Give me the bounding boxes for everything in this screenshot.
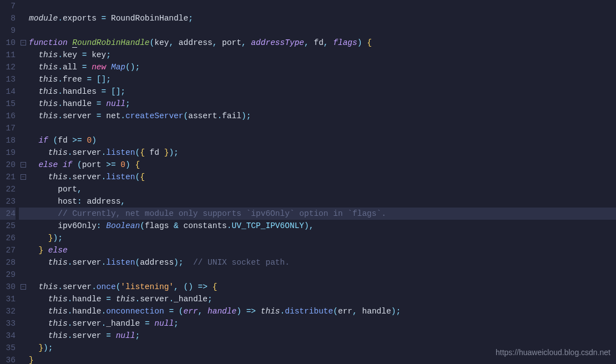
fold-collapse-icon[interactable]: − [21,174,26,180]
code-line[interactable]: module.exports = RoundRobinHandle; [28,12,616,24]
fold-marker [19,269,28,281]
line-number[interactable]: 25 [0,220,16,232]
line-number[interactable]: 26 [0,232,16,244]
line-number[interactable]: 7 [0,0,16,12]
code-line[interactable]: this.server = null; [28,330,616,342]
line-number[interactable]: 9 [0,24,16,37]
fold-marker [19,0,28,12]
line-number[interactable]: 13 [0,73,16,85]
code-line[interactable]: }); [28,232,616,244]
code-editor[interactable]: 7891011121314151617181920212223242526272… [0,0,616,364]
fold-marker [19,85,28,98]
code-line[interactable]: this.handle = this.server._handle; [28,293,616,305]
fold-marker [19,244,28,256]
fold-marker [19,134,28,146]
fold-marker [19,256,28,269]
line-number[interactable]: 10 [0,37,16,49]
code-line[interactable]: host: address, [28,195,616,208]
line-number[interactable]: 23 [0,195,16,208]
fold-marker [19,98,28,110]
line-number[interactable]: 16 [0,110,16,122]
code-line[interactable] [28,24,616,37]
fold-column[interactable]: −−−− [19,0,28,364]
line-number-gutter[interactable]: 7891011121314151617181920212223242526272… [0,0,19,364]
fold-marker [19,208,28,220]
code-line[interactable]: } else [28,244,616,256]
fold-marker [19,232,28,244]
code-line[interactable]: this.handle = null; [28,98,616,110]
code-line[interactable]: this.server.once('listening', () => { [28,281,616,293]
code-line[interactable]: port, [28,183,616,195]
code-line[interactable]: this.key = key; [28,49,616,61]
fold-marker[interactable]: − [19,159,28,171]
line-number[interactable]: 30 [0,281,16,293]
fold-marker [19,183,28,195]
line-number[interactable]: 22 [0,183,16,195]
code-line[interactable]: this.server.listen(address); // UNIX soc… [28,256,616,269]
watermark-text: https://huaweicloud.blog.csdn.net [496,346,610,358]
code-line[interactable]: this.server._handle = null; [28,317,616,330]
line-number[interactable]: 19 [0,146,16,159]
line-number[interactable]: 33 [0,317,16,330]
line-number[interactable]: 35 [0,342,16,354]
fold-marker [19,49,28,61]
code-line[interactable]: else if (port >= 0) { [28,159,616,171]
fold-marker [19,122,28,134]
line-number[interactable]: 34 [0,330,16,342]
fold-marker[interactable]: − [19,281,28,293]
fold-marker [19,330,28,342]
line-number[interactable]: 32 [0,305,16,317]
line-number[interactable]: 24 [0,208,16,220]
code-line[interactable]: function RoundRobinHandle(key, address, … [28,37,616,49]
fold-marker [19,24,28,37]
fold-marker [19,195,28,208]
fold-marker [19,305,28,317]
code-line[interactable]: ipv6Only: Boolean(flags & constants.UV_T… [28,220,616,232]
fold-marker [19,12,28,24]
fold-marker [19,317,28,330]
line-number[interactable]: 17 [0,122,16,134]
line-number[interactable]: 27 [0,244,16,256]
code-line[interactable] [28,269,616,281]
code-line[interactable]: this.server.listen({ fd }); [28,146,616,159]
fold-marker[interactable]: − [19,171,28,183]
fold-marker [19,61,28,73]
code-line[interactable] [28,0,616,12]
line-number[interactable]: 31 [0,293,16,305]
line-number[interactable]: 21 [0,171,16,183]
fold-collapse-icon[interactable]: − [21,40,26,46]
fold-collapse-icon[interactable]: − [21,284,26,290]
line-number[interactable]: 20 [0,159,16,171]
code-line[interactable]: this.all = new Map(); [28,61,616,73]
code-line[interactable]: if (fd >= 0) [28,134,616,146]
fold-marker [19,220,28,232]
fold-marker [19,354,28,364]
fold-marker [19,293,28,305]
fold-marker [19,342,28,354]
code-line[interactable]: this.free = []; [28,73,616,85]
line-number[interactable]: 18 [0,134,16,146]
line-number[interactable]: 36 [0,354,16,364]
code-area[interactable]: module.exports = RoundRobinHandle;functi… [28,0,616,364]
line-number[interactable]: 28 [0,256,16,269]
code-line[interactable]: this.handle.onconnection = (err, handle)… [28,305,616,317]
line-number[interactable]: 12 [0,61,16,73]
code-line[interactable]: this.server.listen({ [28,171,616,183]
line-number[interactable]: 14 [0,85,16,98]
line-number[interactable]: 8 [0,12,16,24]
line-number[interactable]: 11 [0,49,16,61]
code-line[interactable]: // Currently, net module only supports `… [28,208,616,220]
fold-marker [19,146,28,159]
line-number[interactable]: 29 [0,269,16,281]
code-line[interactable] [28,122,616,134]
code-line[interactable]: this.handles = []; [28,85,616,98]
fold-marker [19,73,28,85]
code-line[interactable]: this.server = net.createServer(assert.fa… [28,110,616,122]
fold-marker[interactable]: − [19,37,28,49]
fold-marker [19,110,28,122]
fold-collapse-icon[interactable]: − [21,162,26,168]
line-number[interactable]: 15 [0,98,16,110]
